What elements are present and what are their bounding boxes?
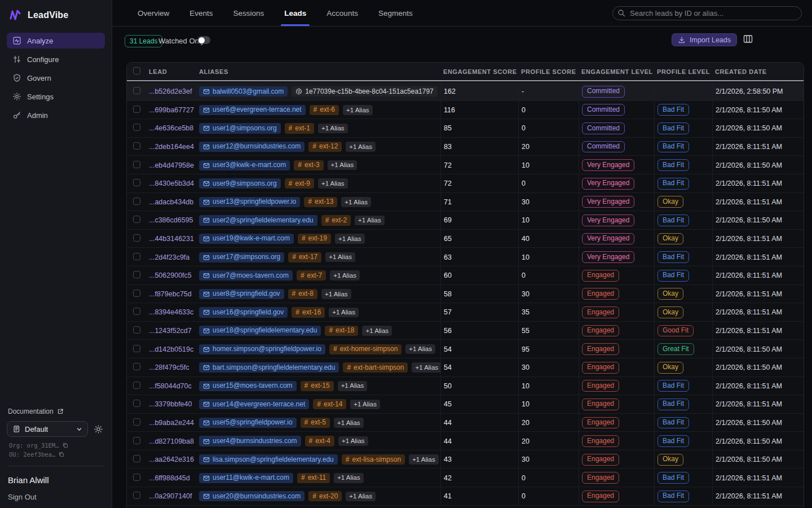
row-checkbox[interactable] — [133, 290, 140, 297]
email-alias-badge[interactable]: user4@burnsindustries.com — [199, 436, 301, 446]
column-header-profile-score[interactable]: PROFILE SCORE — [518, 68, 579, 75]
more-aliases-badge[interactable]: +1 Alias — [338, 436, 368, 446]
more-aliases-badge[interactable]: +1 Alias — [409, 454, 439, 465]
email-alias-badge[interactable]: user3@kwik-e-mart.com — [199, 160, 290, 170]
copy-icon[interactable] — [63, 443, 68, 448]
more-aliases-badge[interactable]: +1 Alias — [346, 142, 376, 152]
row-checkbox[interactable] — [133, 179, 140, 186]
column-header-lead[interactable]: LEAD — [146, 68, 196, 75]
tab-segments[interactable]: Segments — [370, 1, 421, 25]
documentation-link[interactable]: Documentation — [7, 408, 105, 421]
copy-icon[interactable] — [59, 452, 64, 457]
ext-alias-badge[interactable]: # ext-19 — [298, 234, 331, 244]
import-leads-button[interactable]: Import Leads — [672, 33, 737, 46]
email-alias-badge[interactable]: user1@simpsons.org — [199, 123, 281, 133]
row-checkbox[interactable] — [133, 216, 140, 223]
row-checkbox[interactable] — [133, 308, 140, 315]
sidebar-item-govern[interactable]: Govern — [7, 70, 105, 86]
ext-alias-badge[interactable]: # ext-5 — [301, 418, 330, 428]
ext-alias-badge[interactable]: # ext-15 — [301, 381, 334, 391]
row-checkbox[interactable] — [133, 474, 140, 481]
sidebar-item-analyze[interactable]: Analyze — [7, 33, 105, 49]
ext-alias-badge[interactable]: # ext-12 — [308, 142, 342, 152]
table-row[interactable]: ...8430e5b3d4 user9@simpsons.org # ext-9… — [127, 174, 804, 193]
ext-alias-badge[interactable]: # ext-16 — [292, 307, 325, 317]
select-all-checkbox[interactable] — [133, 67, 140, 75]
row-checkbox[interactable] — [133, 437, 140, 444]
ext-alias-badge[interactable]: # ext-4 — [305, 436, 334, 446]
email-alias-badge[interactable]: user17@simpsons.org — [199, 252, 284, 262]
more-aliases-badge[interactable]: +1 Alias — [412, 362, 440, 373]
more-aliases-badge[interactable]: +1 Alias — [328, 160, 358, 170]
ext-alias-badge[interactable]: # ext-2 — [321, 215, 351, 225]
ext-alias-badge[interactable]: # ext-8 — [288, 289, 317, 299]
ext-alias-badge[interactable]: # ext-bart-simpson — [343, 362, 408, 373]
column-header-aliases[interactable]: ALIASES — [196, 68, 440, 75]
more-aliases-badge[interactable]: +1 Alias — [355, 216, 385, 226]
search-input[interactable] — [612, 6, 802, 20]
table-row[interactable]: ...28f479c5fc bart.simpson@springfieldel… — [127, 358, 804, 377]
row-checkbox[interactable] — [133, 418, 140, 426]
row-checkbox[interactable] — [133, 345, 140, 352]
email-alias-badge[interactable]: user5@springfieldpower.io — [199, 418, 297, 428]
row-checkbox[interactable] — [133, 198, 140, 205]
sign-out-link[interactable]: Sign Out — [7, 485, 105, 501]
email-alias-badge[interactable]: user11@kwik-e-mart.com — [199, 473, 293, 483]
tab-leads[interactable]: Leads — [276, 1, 314, 25]
row-checkbox[interactable] — [133, 87, 140, 94]
sidebar-item-configure[interactable]: Configure — [7, 51, 105, 67]
theme-toggle-button[interactable] — [94, 423, 105, 435]
email-alias-badge[interactable]: user19@kwik-e-mart.com — [199, 234, 294, 244]
row-checkbox[interactable] — [133, 492, 140, 499]
columns-view-icon[interactable] — [743, 34, 753, 43]
table-row[interactable]: ...b9aba2e244 user5@springfieldpower.io … — [127, 414, 804, 432]
ext-alias-badge[interactable]: # ext-lisa-simpson — [342, 454, 405, 465]
more-aliases-badge[interactable]: +1 Alias — [330, 270, 360, 281]
ext-alias-badge[interactable]: # ext-9 — [285, 178, 314, 189]
email-alias-badge[interactable]: user6@evergreen-terrace.net — [199, 105, 306, 115]
table-row[interactable]: ...d827109ba8 user4@burnsindustries.com … — [127, 432, 804, 450]
row-checkbox[interactable] — [133, 161, 140, 168]
row-checkbox[interactable] — [133, 363, 140, 370]
more-aliases-badge[interactable]: +1 Alias — [362, 326, 392, 336]
column-header-engagement-score[interactable]: ENGAGEMENT SCORE — [440, 68, 518, 75]
ext-alias-badge[interactable]: # ext-1 — [285, 123, 314, 133]
email-alias-badge[interactable]: user13@springfieldpower.io — [199, 197, 300, 207]
table-row[interactable]: ...c386cd6595 user2@springfieldelementar… — [127, 211, 804, 230]
table-row[interactable]: ...3379bbfe40 user14@evergreen-terrace.n… — [127, 395, 804, 414]
table-row[interactable]: ...aa2642e316 lisa.simpson@springfieldel… — [127, 450, 804, 469]
more-aliases-badge[interactable]: +1 Alias — [321, 289, 351, 299]
tab-events[interactable]: Events — [182, 1, 220, 25]
email-alias-badge[interactable]: user16@springfield.gov — [199, 307, 288, 317]
table-row[interactable]: ...699ba67727 user6@evergreen-terrace.ne… — [127, 101, 804, 120]
more-aliases-badge[interactable]: +1 Alias — [329, 308, 359, 318]
ext-alias-badge[interactable]: # ext-20 — [308, 491, 342, 501]
table-row[interactable]: ...b526d2e3ef balwill0503@gmail.com 1e77… — [127, 82, 804, 101]
table-row[interactable]: ...0a2907140f user20@burnsindustries.com… — [127, 487, 804, 506]
row-checkbox[interactable] — [133, 382, 140, 389]
cookie-alias-badge[interactable]: 1e77039e-c15b-4bee-8c04-151ac5ea1797 — [292, 86, 438, 97]
email-alias-badge[interactable]: lisa.simpson@springfieldelementary.edu — [199, 454, 338, 465]
row-checkbox[interactable] — [133, 253, 140, 260]
environment-select[interactable]: Default — [7, 421, 88, 437]
more-aliases-badge[interactable]: +1 Alias — [405, 344, 435, 354]
table-row[interactable]: ...8394e4633c user16@springfield.gov # e… — [127, 303, 804, 322]
email-alias-badge[interactable]: user20@burnsindustries.com — [199, 491, 304, 501]
row-checkbox[interactable] — [133, 326, 140, 334]
ext-alias-badge[interactable]: # ext-7 — [297, 270, 326, 281]
ext-alias-badge[interactable]: # ext-18 — [325, 326, 358, 336]
table-row[interactable]: ...4e636ce5b8 user1@simpsons.org # ext-1… — [127, 119, 804, 138]
email-alias-badge[interactable]: homer.simpson@springfieldpower.io — [199, 344, 325, 354]
email-alias-badge[interactable]: user9@simpsons.org — [199, 178, 281, 189]
tab-accounts[interactable]: Accounts — [319, 1, 366, 25]
table-row[interactable]: ...2deb164ee4 user12@burnsindustries.com… — [127, 138, 804, 156]
email-alias-badge[interactable]: user15@moes-tavern.com — [199, 381, 297, 391]
email-alias-badge[interactable]: user8@springfield.gov — [199, 289, 284, 299]
email-alias-badge[interactable]: user14@evergreen-terrace.net — [199, 399, 309, 409]
table-row[interactable]: ...f58044d70c user15@moes-tavern.com # e… — [127, 377, 804, 396]
more-aliases-badge[interactable]: +1 Alias — [334, 473, 364, 483]
ext-alias-badge[interactable]: # ext-6 — [310, 105, 339, 115]
ext-alias-badge[interactable]: # ext-13 — [304, 197, 337, 207]
ext-alias-badge[interactable]: # ext-17 — [288, 252, 321, 262]
table-row[interactable]: ...2d4f23c9fa user17@simpsons.org # ext-… — [127, 248, 804, 266]
